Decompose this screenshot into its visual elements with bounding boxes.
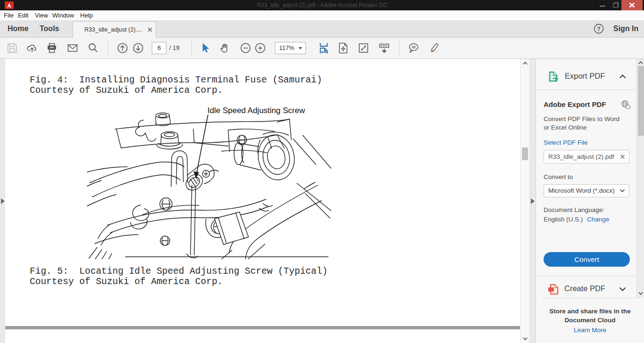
panel-divider	[536, 90, 637, 90]
save-icon[interactable]	[6, 42, 18, 54]
menu-view[interactable]: View	[35, 10, 48, 20]
panel-footer: Store and share files in the Document Cl…	[536, 298, 644, 343]
page-count-label: / 19	[169, 42, 180, 54]
collapse-chevron-icon[interactable]	[619, 74, 626, 79]
zoom-in-icon[interactable]	[254, 42, 266, 54]
search-icon[interactable]	[87, 42, 99, 54]
scroll-down-icon[interactable]	[638, 292, 644, 295]
format-select-value: Microsoft Word (*.docx)	[548, 185, 615, 197]
minimize-button[interactable]	[596, 0, 609, 10]
export-pdf-header[interactable]: Export PDF	[565, 72, 605, 81]
window-title: R33_idle_adjust (2).pdf - Adobe Acrobat …	[0, 0, 644, 10]
document-canvas[interactable]: Fig. 4: Installing Diagnosis Terminal Fu…	[0, 59, 520, 343]
create-pdf-icon	[548, 284, 559, 295]
pdf-page-7	[5, 329, 520, 343]
scroll-down-icon[interactable]	[522, 337, 528, 341]
change-language-link[interactable]: Change	[587, 216, 609, 223]
close-icon	[621, 0, 643, 10]
panel-scrollbar-thumb[interactable]	[638, 66, 644, 136]
print-icon[interactable]	[46, 42, 58, 54]
highlight-icon[interactable]	[428, 42, 440, 54]
zoom-caret-icon	[298, 47, 302, 49]
document-scrollbar-thumb[interactable]	[522, 147, 528, 160]
fig4-caption-line1: Fig. 4: Installing Diagnosis Terminal Fu…	[30, 75, 322, 85]
restore-icon	[609, 0, 621, 10]
export-pdf-icon	[549, 71, 559, 82]
selected-file-field[interactable]: R33_idle_adjust (2).pdf	[544, 150, 629, 163]
learn-more-label: Learn More	[574, 327, 606, 334]
adobe-export-pdf-title: Adobe Export PDF	[544, 100, 606, 108]
toolbar-separator	[399, 41, 399, 55]
document-language-label: Document Language:	[544, 206, 604, 213]
export-description-line1: Convert PDF Files to Word	[544, 115, 619, 123]
comment-icon[interactable]	[407, 42, 420, 54]
maximize-button[interactable]	[609, 0, 621, 10]
export-description: Convert PDF Files to Word or Excel Onlin…	[544, 115, 619, 132]
tab-document-label: R33_idle_adjust (2)....	[84, 22, 142, 38]
svg-text:?: ?	[597, 26, 600, 33]
minimize-icon	[600, 6, 605, 7]
engine-diagram: Idle Speed Adjusting Screw	[82, 104, 332, 259]
select-pdf-file-link[interactable]: Select PDF File	[544, 139, 588, 146]
fig4-caption-line2: Courtesy of Suzuki of America Corp.	[30, 85, 223, 96]
footer-line1: Store and share files in the	[536, 307, 644, 316]
toolbar-separator	[191, 41, 192, 55]
zoom-level-value: 117%	[279, 42, 294, 54]
language-value: English (U.S.)	[544, 216, 583, 223]
cloud-upload-icon[interactable]	[26, 42, 38, 54]
menu-file[interactable]: File	[4, 10, 14, 20]
page-separator	[5, 326, 520, 329]
actual-size-icon[interactable]	[357, 42, 370, 54]
zoom-out-icon[interactable]	[239, 42, 252, 54]
pdf-page-6: Fig. 4: Installing Diagnosis Terminal Fu…	[5, 59, 520, 326]
convert-to-label: Convert to	[544, 173, 573, 180]
previous-page-icon[interactable]	[116, 42, 129, 54]
close-button[interactable]	[621, 0, 643, 10]
tab-home[interactable]: Home	[8, 20, 28, 37]
export-online-icon	[621, 100, 631, 109]
fig5-caption-line1: Fig. 5: Locating Idle Speed Adjusting Sc…	[30, 266, 328, 277]
figure-annotation: Idle Speed Adjusting Screw	[207, 106, 305, 115]
page-number-input[interactable]: 6	[152, 42, 166, 54]
create-pdf-header[interactable]: Create PDF	[564, 284, 605, 293]
clear-file-icon[interactable]	[620, 154, 625, 159]
toolbar-separator	[107, 41, 108, 55]
fit-page-icon[interactable]	[337, 42, 349, 54]
main-toolbar: 6 / 19 117%	[0, 38, 644, 59]
help-icon: ?	[594, 24, 604, 34]
format-select[interactable]: Microsoft Word (*.docx)	[544, 184, 629, 197]
next-page-icon[interactable]	[132, 42, 144, 54]
document-scrollbar[interactable]	[520, 59, 530, 343]
sign-in-button[interactable]: Sign In	[613, 20, 638, 37]
page-scrolling-icon[interactable]	[317, 42, 330, 54]
panel-collapse-icon[interactable]	[531, 198, 535, 204]
tab-close-icon[interactable]	[147, 27, 153, 33]
tab-document[interactable]: R33_idle_adjust (2)....	[73, 21, 156, 38]
menu-help[interactable]: Help	[80, 10, 93, 20]
select-chevron-icon	[619, 189, 625, 193]
export-description-line2: or Excel Online	[544, 123, 619, 132]
footer-line2: Document Cloud	[536, 316, 644, 325]
panel-scrollbar[interactable]	[636, 59, 644, 298]
footer-text: Store and share files in the Document Cl…	[536, 307, 644, 325]
menu-window[interactable]: Window	[52, 10, 74, 20]
scroll-up-icon[interactable]	[522, 61, 528, 65]
select-tool-icon[interactable]	[198, 42, 211, 54]
panel-divider	[544, 298, 640, 298]
convert-button[interactable]: Convert	[544, 252, 630, 267]
menu-edit[interactable]: Edit	[18, 10, 28, 20]
left-pane-expand-icon[interactable]	[1, 198, 5, 204]
scroll-up-icon[interactable]	[638, 61, 644, 65]
hand-tool-icon[interactable]	[219, 42, 231, 54]
tab-tools[interactable]: Tools	[40, 20, 59, 37]
panel-divider	[536, 276, 637, 277]
zoom-level-select[interactable]: 117%	[275, 42, 306, 54]
selected-file-name: R33_idle_adjust (2).pdf	[548, 150, 614, 163]
learn-more-link[interactable]: Learn More	[536, 327, 644, 334]
fig5-caption-line2: Courtesy of Suzuki of America Corp.	[30, 277, 223, 287]
help-button[interactable]: ?	[594, 24, 604, 34]
reading-mode-icon[interactable]	[378, 42, 390, 54]
email-icon[interactable]	[66, 42, 79, 54]
expand-chevron-icon[interactable]	[619, 287, 626, 291]
adobe-reader-logo	[5, 1, 14, 9]
